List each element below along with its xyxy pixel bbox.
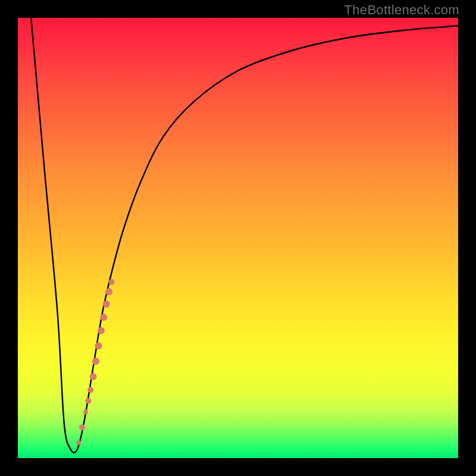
marker-dot — [92, 358, 99, 365]
marker-dot — [79, 424, 85, 430]
marker-dot — [105, 288, 112, 295]
marker-dot — [85, 398, 91, 404]
chart-svg — [18, 18, 458, 458]
marker-dot — [100, 314, 107, 321]
marker-dot — [103, 300, 110, 308]
marker-dot — [90, 373, 97, 380]
plot-area — [18, 18, 458, 458]
chart-frame: TheBottleneck.com — [0, 0, 476, 476]
marker-dot — [76, 440, 81, 445]
bottleneck-curve — [31, 18, 458, 453]
watermark-text: TheBottleneck.com — [345, 2, 459, 18]
highlighted-segment — [76, 279, 115, 445]
marker-dot — [87, 387, 93, 393]
marker-dot — [95, 342, 102, 349]
marker-dot — [83, 409, 88, 414]
marker-dot — [109, 279, 115, 285]
curve-path — [31, 18, 458, 453]
marker-dot — [98, 327, 105, 334]
